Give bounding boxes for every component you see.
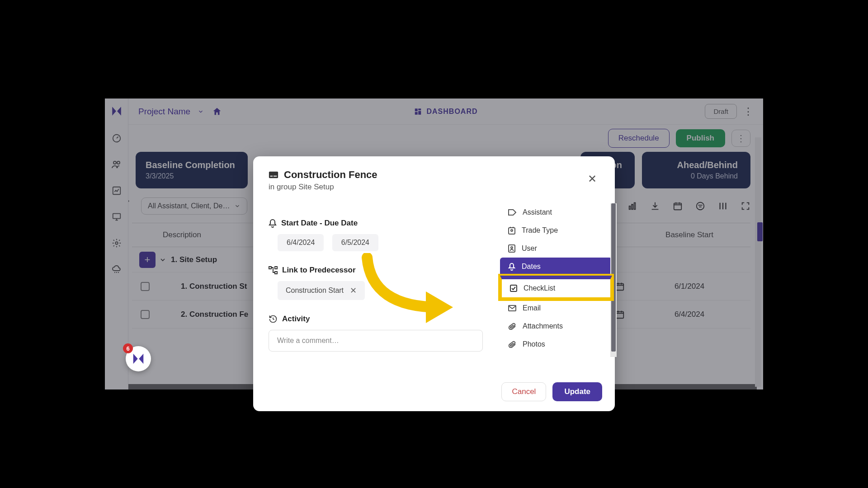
svg-rect-20 — [269, 267, 271, 269]
side-item-photos[interactable]: Photos — [500, 335, 612, 353]
app-logo-icon — [132, 352, 145, 366]
checkbox-icon — [510, 285, 517, 292]
start-date-chip[interactable]: 6/4/2024 — [278, 234, 324, 251]
close-icon[interactable]: ✕ — [588, 173, 597, 185]
remove-icon[interactable]: ✕ — [350, 286, 357, 296]
side-item-assistant[interactable]: Assistant — [500, 203, 612, 221]
svg-point-24 — [511, 230, 513, 231]
modal-side-panel: Assistant Trade Type User — [500, 199, 612, 376]
svg-rect-18 — [270, 176, 273, 177]
svg-rect-21 — [275, 267, 277, 269]
user-icon — [508, 244, 515, 253]
dates-section-label: Start Date - Due Date — [269, 219, 492, 228]
side-item-attachments[interactable]: Attachments — [500, 317, 612, 335]
modal-left-panel: Start Date - Due Date 6/4/2024 6/5/2024 … — [269, 199, 492, 376]
modal-subtitle: in group Site Setup — [269, 183, 588, 192]
bell-icon — [508, 263, 515, 271]
svg-point-26 — [511, 247, 513, 249]
activity-section-label: Activity — [269, 314, 492, 324]
update-button[interactable]: Update — [552, 382, 602, 401]
side-item-trade-type[interactable]: Trade Type — [500, 221, 612, 239]
modal-footer: Cancel Update — [253, 376, 615, 411]
mail-icon — [508, 305, 516, 311]
history-icon — [269, 314, 278, 324]
link-tree-icon — [269, 266, 278, 274]
side-item-dates[interactable]: Dates — [500, 258, 612, 276]
assistant-bubble[interactable]: 6 — [126, 346, 151, 371]
badge-icon — [508, 226, 515, 235]
side-item-user[interactable]: User — [500, 239, 612, 258]
bell-icon — [269, 219, 277, 228]
task-modal: Construction Fence in group Site Setup ✕… — [253, 156, 615, 411]
svg-rect-22 — [275, 272, 277, 274]
predecessor-section-label: Link to Predecessor — [269, 266, 492, 275]
svg-rect-19 — [274, 176, 277, 177]
letterbox-top — [105, 60, 763, 99]
subtitles-icon — [269, 171, 278, 179]
notification-badge: 6 — [123, 343, 133, 353]
side-item-email[interactable]: Email — [500, 299, 612, 317]
paperclip-icon — [508, 341, 516, 348]
modal-title: Construction Fence — [284, 169, 377, 181]
paperclip-icon — [508, 323, 516, 330]
svg-rect-17 — [269, 172, 278, 178]
svg-rect-27 — [510, 285, 517, 291]
predecessor-chip[interactable]: Construction Start ✕ — [278, 281, 365, 300]
due-date-chip[interactable]: 6/5/2024 — [332, 234, 378, 251]
side-item-checklist[interactable]: CheckList — [500, 276, 612, 299]
cancel-button[interactable]: Cancel — [501, 382, 546, 401]
comment-input[interactable]: Write a comment… — [269, 330, 483, 352]
tag-icon — [508, 209, 516, 216]
predecessor-value: Construction Start — [286, 286, 344, 295]
app-window: Project Name DASHBOARD Draft ⋮ Reschedul… — [105, 99, 763, 389]
